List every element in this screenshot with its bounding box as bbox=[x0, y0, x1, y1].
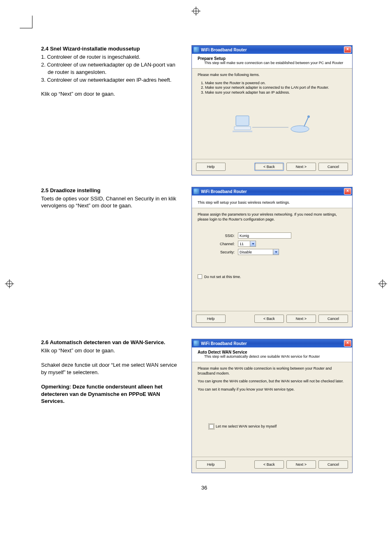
section-2-6: 2.6 Automatisch detecteren van de WAN-Se… bbox=[41, 339, 367, 473]
paragraph: Toets de opties voor SSID, Channel en Se… bbox=[41, 195, 181, 209]
dialog-header-subtitle: This step will automatically detect one … bbox=[198, 354, 346, 359]
next-button[interactable]: Next > bbox=[286, 460, 316, 469]
wizard-dialog-wan-detect: WiFi Broadband Router × Auto Detect WAN … bbox=[191, 339, 353, 473]
close-icon[interactable]: × bbox=[344, 340, 351, 347]
body-item: 1. Make sure the Router is powered on. bbox=[198, 81, 346, 86]
instruction-block: 2.5 Draadloze instelling Toets de opties… bbox=[41, 187, 181, 211]
dialog-header-subtitle: This step will setup your basic wireless… bbox=[198, 200, 346, 205]
svg-rect-12 bbox=[236, 116, 249, 126]
dialog-body: Please assign the parameters to your wir… bbox=[192, 208, 352, 309]
back-button[interactable]: < Back bbox=[254, 315, 284, 323]
dialog-header-title: Prepare Setup bbox=[198, 56, 346, 61]
close-icon[interactable]: × bbox=[344, 46, 351, 53]
app-icon bbox=[194, 189, 199, 194]
svg-rect-14 bbox=[233, 131, 252, 132]
app-icon bbox=[194, 340, 199, 346]
crop-mark bbox=[20, 16, 32, 28]
checkbox-icon[interactable] bbox=[198, 274, 202, 279]
next-button[interactable]: Next > bbox=[286, 315, 316, 323]
registration-mark-icon bbox=[191, 7, 201, 16]
security-select[interactable]: Disable bbox=[238, 249, 279, 255]
wizard-dialog-prepare-setup: WiFi Broadband Router × Prepare Setup Th… bbox=[191, 45, 353, 175]
body-line: You can ignore the WAN cable connection,… bbox=[198, 379, 346, 384]
window-title: WiFi Broadband Router bbox=[201, 341, 344, 346]
body-line: Please make sure the WAN cable connectio… bbox=[198, 366, 346, 376]
chevron-down-icon bbox=[250, 241, 256, 246]
list-item: 3. Controleer of uw netwerkadapter een I… bbox=[41, 76, 181, 84]
next-button[interactable]: Next > bbox=[286, 163, 316, 171]
chevron-down-icon bbox=[273, 249, 279, 255]
section-heading: 2.4 Snel Wizard-installatie modussetup bbox=[41, 45, 181, 53]
dialog-button-row: Help < Back Next > Cancel bbox=[192, 311, 352, 327]
section-2-4: 2.4 Snel Wizard-installatie modussetup 1… bbox=[41, 45, 367, 175]
help-button[interactable]: Help bbox=[196, 460, 226, 469]
form-row-ssid: SSID: bbox=[198, 232, 346, 239]
ssid-label: SSID: bbox=[198, 234, 238, 238]
body-line: You can set it manually if you know your… bbox=[198, 387, 346, 392]
window-title: WiFi Broadband Router bbox=[201, 48, 344, 52]
cancel-button[interactable]: Cancel bbox=[318, 315, 348, 323]
security-label: Security: bbox=[198, 250, 238, 254]
window-title: WiFi Broadband Router bbox=[201, 189, 344, 194]
paragraph: Klik op “Next” om door te gaan. bbox=[41, 90, 181, 98]
dialog-header: This step will setup your basic wireless… bbox=[192, 195, 352, 208]
svg-point-16 bbox=[291, 126, 309, 132]
paragraph: Klik op “Next” om door te gaan. bbox=[41, 347, 181, 354]
dialog-header-subtitle: This step will make sure connection can … bbox=[198, 61, 346, 65]
registration-mark-icon bbox=[5, 279, 14, 288]
channel-select[interactable]: 11 bbox=[238, 241, 256, 247]
dialog-header: Auto Detect WAN Service This step will a… bbox=[192, 347, 352, 362]
dialog-body: Please make sure the following items. 1.… bbox=[192, 69, 352, 157]
body-lead: Please assign the parameters to your wir… bbox=[198, 212, 346, 222]
note-paragraph: Opmerking: Deze functie ondersteunt alle… bbox=[41, 383, 181, 405]
paragraph: Schakel deze functie uit door “Let me se… bbox=[41, 361, 181, 376]
instruction-block: 2.4 Snel Wizard-installatie modussetup 1… bbox=[41, 45, 181, 99]
app-icon bbox=[194, 47, 199, 53]
close-icon[interactable]: × bbox=[344, 188, 351, 195]
section-heading: 2.5 Draadloze instelling bbox=[41, 187, 181, 194]
cancel-button[interactable]: Cancel bbox=[318, 163, 348, 171]
dialog-button-row: Help < Back Next > Cancel bbox=[192, 457, 352, 473]
security-value: Disable bbox=[240, 250, 252, 254]
body-item: 3. Make sure your network adapter has an… bbox=[198, 90, 346, 95]
form-row-security: Security: Disable bbox=[198, 249, 346, 255]
channel-value: 11 bbox=[240, 242, 244, 246]
back-button[interactable]: < Back bbox=[254, 163, 284, 171]
checkbox-label: Let me select WAN service by myself bbox=[216, 424, 277, 428]
dialog-header: Prepare Setup This step will make sure c… bbox=[192, 54, 352, 69]
form-row-channel: Channel: 11 bbox=[198, 241, 346, 247]
body-item: 2. Make sure your network adapter is con… bbox=[198, 85, 346, 90]
titlebar: WiFi Broadband Router × bbox=[192, 46, 352, 54]
dialog-body: Please make sure the WAN cable connectio… bbox=[192, 362, 352, 455]
wizard-dialog-wireless: WiFi Broadband Router × This step will s… bbox=[191, 187, 353, 327]
help-button[interactable]: Help bbox=[196, 163, 226, 171]
registration-mark-icon bbox=[378, 279, 387, 288]
back-button[interactable]: < Back bbox=[254, 460, 284, 469]
svg-point-18 bbox=[307, 115, 310, 118]
svg-rect-13 bbox=[234, 126, 251, 130]
titlebar: WiFi Broadband Router × bbox=[192, 339, 352, 347]
list-item: 2. Controleer of uw netwerkadapter op de… bbox=[41, 61, 181, 76]
titlebar: WiFi Broadband Router × bbox=[192, 187, 352, 195]
channel-label: Channel: bbox=[198, 242, 238, 246]
help-button[interactable]: Help bbox=[196, 315, 226, 323]
instruction-block: 2.6 Automatisch detecteren van de WAN-Se… bbox=[41, 339, 181, 407]
checkbox-select-wan-myself[interactable]: Let me select WAN service by myself bbox=[209, 424, 346, 429]
list-item: 1. Controleer of de router is ingeschake… bbox=[41, 53, 181, 61]
dialog-button-row: Help < Back Next > Cancel bbox=[192, 159, 352, 175]
dialog-header-title: Auto Detect WAN Service bbox=[198, 350, 346, 354]
checkbox-label: Do not set at this time. bbox=[204, 275, 241, 279]
svg-line-17 bbox=[304, 117, 308, 126]
page-number: 36 bbox=[41, 485, 367, 491]
section-heading: 2.6 Automatisch detecteren van de WAN-Se… bbox=[41, 339, 181, 346]
checkbox-do-not-set[interactable]: Do not set at this time. bbox=[198, 274, 346, 279]
manual-page: 2.4 Snel Wizard-installatie modussetup 1… bbox=[0, 0, 392, 507]
checkbox-icon[interactable] bbox=[209, 424, 214, 429]
ssid-input[interactable] bbox=[238, 232, 291, 239]
section-2-5: 2.5 Draadloze instelling Toets de opties… bbox=[41, 187, 367, 327]
cancel-button[interactable]: Cancel bbox=[318, 460, 348, 469]
network-illustration bbox=[198, 112, 346, 137]
body-lead: Please make sure the following items. bbox=[198, 73, 346, 78]
